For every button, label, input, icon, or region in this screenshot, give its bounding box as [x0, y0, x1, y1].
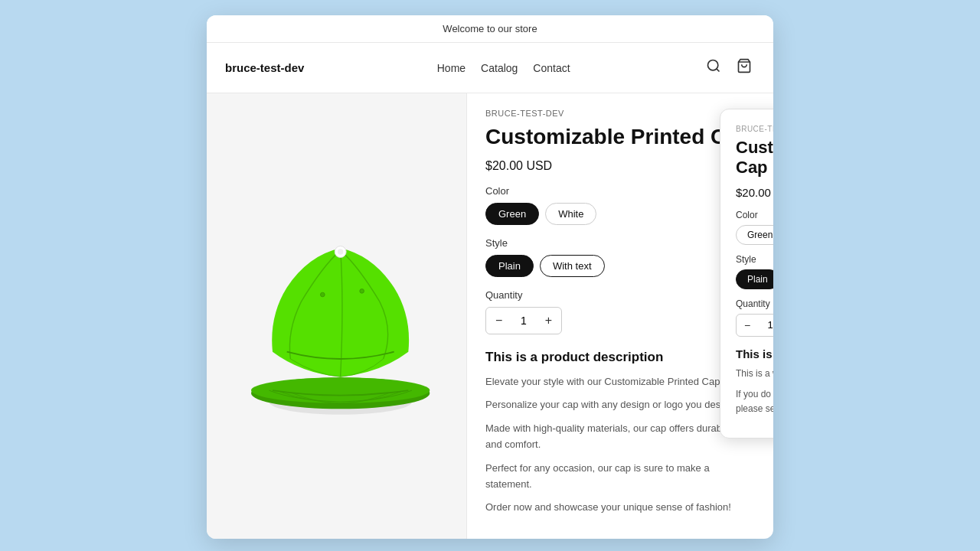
overlay-color-label: Color	[736, 210, 773, 220]
nav-catalog[interactable]: Catalog	[481, 62, 518, 74]
variant-description-title: This is a variant description	[736, 347, 773, 360]
svg-point-7	[320, 292, 325, 297]
main-nav: Home Catalog Contact	[437, 62, 570, 74]
search-icon	[706, 61, 721, 77]
color-label: Color	[485, 185, 755, 197]
header-icons	[703, 55, 755, 80]
product-price: $20.00 USD	[485, 159, 755, 173]
quantity-control: − 1 +	[485, 307, 562, 334]
main-content-row: BRUCE-TEST-DEV Customizable Printed Cap …	[207, 93, 773, 539]
brand-name[interactable]: bruce-test-dev	[225, 61, 304, 74]
desc-para-2: Personalize your cap with any design or …	[485, 397, 755, 413]
svg-point-0	[707, 60, 717, 70]
svg-point-8	[359, 289, 364, 294]
style-plain-button[interactable]: Plain	[485, 255, 534, 277]
quantity-increase-button[interactable]: +	[536, 308, 561, 334]
variant-overlay-card: BRUCE-TEST-DEV Customizable Printed Cap …	[720, 109, 773, 439]
desc-para-4: Perfect for any occasion, our cap is sur…	[485, 461, 755, 493]
style-options: Plain With text	[485, 255, 755, 277]
overlay-style-label: Style	[736, 254, 773, 265]
cart-button[interactable]	[733, 55, 755, 80]
overlay-style-plain-button[interactable]: Plain	[736, 269, 773, 289]
overlay-quantity-value: 1	[758, 319, 773, 331]
variant-desc-para-2: If you do not wish to add any text to th…	[736, 387, 773, 416]
overlay-quantity-label: Quantity	[736, 298, 773, 309]
product-title: Customizable Printed Cap	[485, 124, 755, 150]
product-description-title: This is a product description	[485, 350, 755, 365]
site-header: bruce-test-dev Home Catalog Contact	[207, 43, 773, 93]
overlay-quantity-decrease-button[interactable]: −	[737, 315, 758, 336]
nav-home[interactable]: Home	[437, 62, 466, 74]
desc-para-5: Order now and showcase your unique sense…	[485, 500, 755, 516]
quantity-label: Quantity	[485, 289, 755, 301]
svg-point-6	[337, 249, 342, 254]
browser-window: Welcome to our store bruce-test-dev Home…	[207, 15, 773, 539]
quantity-decrease-button[interactable]: −	[486, 308, 511, 334]
desc-para-3: Made with high-quality materials, our ca…	[485, 421, 755, 453]
overlay-color-green-button[interactable]: Green	[736, 225, 773, 245]
color-green-button[interactable]: Green	[485, 203, 539, 225]
color-options: Green White	[485, 203, 755, 225]
cart-icon	[737, 61, 752, 77]
overlay-vendor: BRUCE-TEST-DEV	[736, 125, 773, 133]
style-withtext-button[interactable]: With text	[540, 255, 605, 277]
product-image	[230, 209, 444, 423]
color-white-button[interactable]: White	[545, 203, 596, 225]
product-vendor: BRUCE-TEST-DEV	[485, 109, 755, 118]
desc-para-1: Elevate your style with our Customizable…	[485, 374, 755, 390]
product-image-area	[207, 93, 467, 539]
overlay-price: $20.00 USD	[736, 186, 773, 199]
style-label: Style	[485, 237, 755, 249]
svg-point-4	[251, 377, 430, 403]
quantity-value: 1	[511, 315, 535, 327]
search-button[interactable]	[703, 55, 724, 80]
variant-desc-para-1: This is a white cap.	[736, 367, 773, 381]
overlay-color-options: Green White	[736, 225, 773, 245]
overlay-style-options: Plain With text	[736, 269, 773, 289]
banner-text: Welcome to our store	[443, 23, 537, 34]
overlay-title: Customizable Printed Cap	[736, 138, 773, 178]
store-banner: Welcome to our store	[207, 15, 773, 43]
nav-contact[interactable]: Contact	[533, 62, 570, 74]
overlay-quantity-control: − 1 +	[736, 314, 773, 337]
